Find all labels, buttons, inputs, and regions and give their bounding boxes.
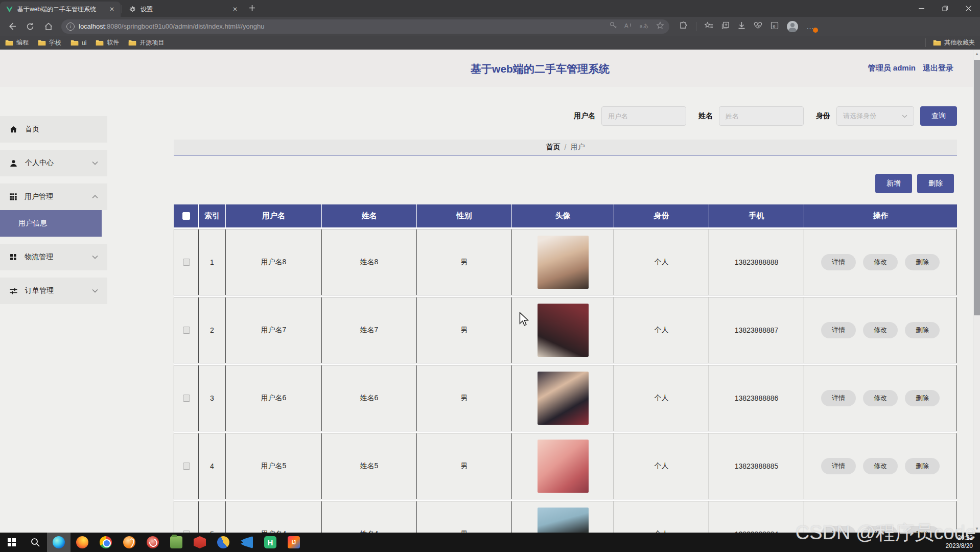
restore-button[interactable] xyxy=(933,0,956,17)
navicat-icon[interactable] xyxy=(212,533,235,552)
username-filter-input[interactable] xyxy=(601,106,686,126)
bookmark-item-2[interactable]: ui xyxy=(71,38,86,47)
sliders-icon xyxy=(9,287,18,295)
row-username: 用户名7 xyxy=(226,297,322,363)
avatar-photo[interactable] xyxy=(538,372,589,425)
site-info-icon[interactable]: i xyxy=(66,22,75,31)
settings-menu-icon[interactable]: … xyxy=(806,22,814,31)
row-checkbox[interactable] xyxy=(183,327,190,334)
edit-button[interactable]: 修改 xyxy=(863,390,898,406)
intellij-icon[interactable] xyxy=(282,533,306,552)
sidebar-item-home[interactable]: 首页 xyxy=(0,116,107,143)
breadcrumb-home[interactable]: 首页 xyxy=(546,143,561,152)
vue-logo-icon xyxy=(5,5,13,13)
sidebar-item-user-management[interactable]: 用户管理 xyxy=(0,183,107,210)
browser-red-icon[interactable] xyxy=(141,533,165,552)
favorites-icon[interactable] xyxy=(705,21,713,32)
avatar-photo[interactable] xyxy=(538,440,589,493)
password-key-icon[interactable] xyxy=(610,21,617,31)
mouse-cursor xyxy=(519,312,530,329)
collections-icon[interactable] xyxy=(721,21,730,32)
browser-toolbar: i localhost:8080/springboot91u00/admin/d… xyxy=(0,17,980,36)
bookmarks-bar: 编程学校ui软件开源项目 其他收藏夹 xyxy=(0,36,980,50)
row-checkbox[interactable] xyxy=(183,463,190,470)
read-aloud-icon[interactable]: A xyxy=(624,21,633,31)
translate-icon[interactable]: aあ xyxy=(640,22,649,31)
minimize-button[interactable] xyxy=(909,0,933,17)
bookmark-label: 编程 xyxy=(16,38,29,47)
page-scrollbar[interactable]: ▲ ▼ xyxy=(973,50,980,533)
avatar-photo[interactable] xyxy=(538,508,589,533)
chevron-down-icon xyxy=(92,289,98,293)
back-icon[interactable] xyxy=(4,19,19,34)
edit-button[interactable]: 修改 xyxy=(863,254,898,270)
detail-button[interactable]: 详情 xyxy=(821,390,856,406)
name-filter-input[interactable] xyxy=(719,106,804,126)
browser-orange-icon[interactable] xyxy=(118,533,141,552)
scroll-up-icon[interactable]: ▲ xyxy=(973,50,980,58)
search-icon[interactable] xyxy=(24,533,47,552)
row-checkbox[interactable] xyxy=(183,395,190,402)
scrollbar-thumb[interactable] xyxy=(974,60,980,315)
bookmark-item-3[interactable]: 软件 xyxy=(96,38,119,47)
delete-button[interactable]: 删除 xyxy=(905,458,940,474)
redis-icon[interactable] xyxy=(188,533,212,552)
address-bar[interactable]: i localhost:8080/springboot91u00/admin/d… xyxy=(61,19,669,34)
tab-close-icon[interactable]: ✕ xyxy=(231,6,239,13)
url-text[interactable]: localhost:8080/springboot91u00/admin/dis… xyxy=(79,22,605,30)
detail-button[interactable]: 详情 xyxy=(821,254,856,270)
bookmark-label: ui xyxy=(82,39,86,47)
home-icon xyxy=(9,125,18,134)
detail-button[interactable]: 详情 xyxy=(821,458,856,474)
hbuilder-icon[interactable] xyxy=(259,533,282,552)
row-checkbox[interactable] xyxy=(183,259,190,266)
row-gender: 男 xyxy=(417,501,512,533)
chevron-down-icon xyxy=(92,255,98,259)
extensions-icon[interactable] xyxy=(680,21,688,32)
folder-green-icon[interactable] xyxy=(165,533,188,552)
row-avatar-cell xyxy=(512,433,614,499)
delete-button[interactable]: 删除 xyxy=(905,254,940,270)
sidebar-subitem-user-info[interactable]: 用户信息 xyxy=(0,210,102,237)
new-tab-button[interactable] xyxy=(249,4,255,14)
firefox-icon[interactable] xyxy=(71,533,94,552)
bookmark-other-folder[interactable]: 其他收藏夹 xyxy=(925,38,975,47)
bookmark-item-1[interactable]: 学校 xyxy=(38,38,61,47)
bookmark-item-4[interactable]: 开源项目 xyxy=(128,38,164,47)
delete-button[interactable]: 删除 xyxy=(917,174,954,193)
close-window-button[interactable] xyxy=(956,0,980,17)
edge-icon[interactable] xyxy=(47,533,71,552)
browser-essentials-icon[interactable] xyxy=(754,21,762,31)
column-header-1: 用户名 xyxy=(226,204,322,227)
edit-button[interactable]: 修改 xyxy=(863,458,898,474)
vscode-icon[interactable] xyxy=(235,533,259,552)
table-row: 4用户名5姓名5男个人13823888885详情修改删除 xyxy=(174,433,957,499)
ie-mode-icon[interactable]: e xyxy=(771,21,779,32)
column-header-2: 姓名 xyxy=(322,204,417,227)
delete-button[interactable]: 删除 xyxy=(905,390,940,406)
add-button[interactable]: 新增 xyxy=(875,174,912,193)
avatar-photo[interactable] xyxy=(538,304,589,357)
profile-avatar-icon[interactable] xyxy=(787,21,798,32)
avatar-photo[interactable] xyxy=(538,236,589,289)
bookmark-item-0[interactable]: 编程 xyxy=(5,38,29,47)
delete-button[interactable]: 删除 xyxy=(905,322,940,338)
select-all-checkbox[interactable] xyxy=(182,212,190,220)
identity-select[interactable]: 请选择身份 xyxy=(836,106,914,126)
downloads-icon[interactable] xyxy=(738,21,745,32)
sidebar-item-profile[interactable]: 个人中心 xyxy=(0,150,107,176)
tab-close-icon[interactable]: ✕ xyxy=(108,6,115,13)
sidebar-item-order-management[interactable]: 订单管理 xyxy=(0,278,107,304)
home-icon[interactable] xyxy=(41,19,56,34)
add-favorite-icon[interactable] xyxy=(656,21,664,31)
edit-button[interactable]: 修改 xyxy=(863,322,898,338)
sidebar-item-logistics-management[interactable]: 物流管理 xyxy=(0,244,107,270)
detail-button[interactable]: 详情 xyxy=(821,322,856,338)
windows-start-icon[interactable] xyxy=(0,533,24,552)
grid3-icon xyxy=(9,193,17,201)
tab-settings[interactable]: 设置 ✕ xyxy=(123,2,244,17)
search-button[interactable]: 查询 xyxy=(920,106,957,126)
tab-app[interactable]: 基于web端的二手车管理系统 ✕ xyxy=(0,2,121,17)
chrome-icon[interactable] xyxy=(94,533,118,552)
refresh-icon[interactable] xyxy=(22,19,38,34)
